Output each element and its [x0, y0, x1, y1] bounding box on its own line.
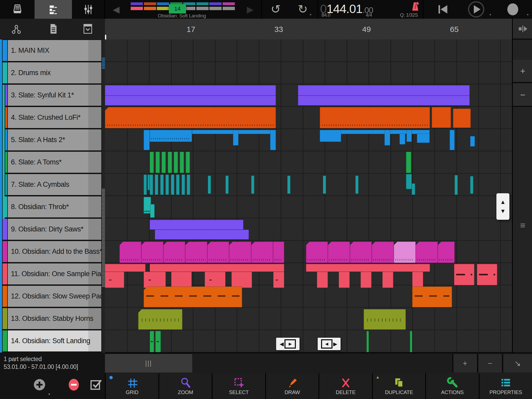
track-header[interactable]: 10. Obsidian: Add to the Bass* — [8, 241, 101, 262]
clip[interactable] — [208, 176, 211, 194]
tool-duplicate[interactable]: ▲DUPLICATE — [372, 373, 425, 399]
timeline-ruler[interactable]: 17334965 — [105, 19, 512, 40]
clip[interactable] — [150, 130, 192, 142]
hzoom-out-button[interactable]: − — [477, 354, 502, 373]
clip[interactable] — [144, 130, 150, 150]
clip[interactable] — [298, 96, 470, 105]
time-signature[interactable]: 4/4 — [366, 12, 372, 18]
record-dropdown-icon[interactable]: ▾ — [527, 12, 529, 17]
track-height-spinner[interactable]: ▲ ▼ — [496, 193, 509, 220]
clip[interactable] — [432, 107, 451, 128]
clip[interactable] — [144, 287, 242, 307]
clip[interactable] — [400, 134, 405, 144]
clip[interactable] — [417, 134, 430, 143]
clip[interactable] — [174, 152, 178, 173]
clip[interactable] — [339, 272, 350, 288]
jump-to-part-button[interactable]: ↘ — [502, 354, 532, 373]
clip[interactable] — [229, 242, 251, 263]
tool-zoom[interactable]: ZOOM — [158, 373, 212, 399]
remove-part-button[interactable] — [67, 378, 81, 391]
track-header[interactable]: 14. Obsidian: Soft Landing — [8, 330, 101, 351]
clip[interactable] — [410, 331, 412, 352]
clip[interactable] — [155, 331, 161, 352]
track-header[interactable]: 12. Obsidian: Slow Sweep Pad* — [8, 286, 101, 307]
quantize-value[interactable]: Q: 1/32S — [400, 12, 418, 18]
section-forward-icon[interactable]: ▶ — [247, 4, 254, 15]
arrange-area[interactable] — [105, 39, 512, 353]
clip[interactable] — [155, 175, 158, 195]
clip[interactable] — [273, 242, 284, 263]
clip[interactable] — [298, 85, 470, 96]
tab-mixer[interactable] — [72, 0, 104, 19]
clip[interactable] — [163, 242, 185, 263]
horizontal-scrollbar[interactable]: ||| + − ↘ — [105, 353, 532, 373]
clip[interactable] — [180, 152, 184, 173]
tab-library[interactable] — [0, 0, 35, 19]
document-icon[interactable] — [48, 23, 59, 35]
clip[interactable] — [470, 136, 475, 147]
play-dropdown-icon[interactable]: ▾ — [489, 12, 491, 17]
clip[interactable] — [317, 272, 328, 288]
clip[interactable] — [105, 107, 276, 128]
clip[interactable] — [141, 242, 163, 263]
clip[interactable] — [251, 176, 254, 194]
add-part-dropdown-icon[interactable]: ▾ — [48, 392, 50, 396]
clip[interactable] — [470, 176, 473, 194]
clip[interactable] — [148, 175, 150, 190]
clip[interactable] — [207, 242, 229, 263]
bpm-value[interactable]: 84.0 — [322, 12, 330, 18]
clip[interactable] — [205, 272, 225, 288]
tab-arranger[interactable] — [35, 0, 72, 19]
clip[interactable] — [182, 175, 185, 195]
clip[interactable] — [406, 174, 412, 189]
metronome-icon[interactable] — [410, 1, 420, 13]
clip[interactable] — [119, 242, 141, 263]
clip[interactable] — [144, 197, 151, 214]
clip[interactable] — [251, 242, 273, 263]
clip[interactable] — [144, 175, 147, 195]
redo-dropdown-icon[interactable]: ▾ — [310, 12, 311, 17]
clip[interactable] — [412, 272, 423, 288]
clip[interactable] — [231, 272, 252, 288]
tool-properties[interactable]: PROPERTIES — [479, 373, 532, 399]
clip[interactable] — [225, 176, 229, 194]
clip[interactable] — [438, 242, 455, 263]
track-header[interactable]: 4. Slate: Crushed LoFi* — [8, 107, 101, 128]
track-header[interactable]: 3. Slate: Synful Kit 1* — [8, 85, 101, 106]
clip[interactable] — [382, 272, 393, 288]
clip[interactable] — [150, 204, 155, 218]
clip[interactable] — [155, 230, 249, 240]
track-header[interactable]: 1. MAIN MIX — [8, 40, 101, 61]
add-part-button[interactable] — [33, 378, 46, 391]
clip[interactable] — [364, 309, 406, 330]
clip[interactable] — [384, 130, 390, 145]
clip[interactable] — [323, 176, 326, 194]
redo-button[interactable]: ↻ — [298, 3, 308, 15]
section-back-icon[interactable]: ◀ — [113, 4, 119, 15]
clip[interactable] — [165, 175, 169, 195]
select-parts-checkbox-button[interactable] — [89, 378, 103, 391]
clip[interactable] — [150, 152, 154, 173]
vertical-scroll-strip[interactable] — [102, 39, 105, 353]
clip[interactable] — [306, 264, 430, 272]
clip[interactable] — [160, 175, 164, 195]
spinner-up-icon[interactable]: ▲ — [500, 197, 506, 207]
clip[interactable] — [171, 175, 174, 195]
clip[interactable] — [407, 130, 412, 142]
clip[interactable] — [477, 264, 497, 285]
panel-collapse-icon[interactable] — [82, 23, 94, 35]
clip[interactable] — [328, 242, 350, 263]
clip[interactable] — [105, 264, 145, 272]
clip[interactable] — [150, 175, 153, 195]
clip[interactable] — [185, 242, 207, 263]
clip[interactable] — [355, 176, 358, 194]
track-header[interactable]: 13. Obsidian: Stabby Horns — [8, 308, 101, 329]
clip[interactable] — [171, 272, 192, 288]
clip[interactable] — [412, 287, 452, 307]
clip[interactable] — [150, 331, 154, 352]
clip[interactable] — [361, 272, 371, 288]
clip[interactable] — [162, 152, 166, 173]
track-header[interactable]: 2. Drums mix — [8, 62, 101, 83]
clip[interactable] — [105, 96, 276, 105]
tool-select[interactable]: SELECT — [212, 373, 265, 399]
